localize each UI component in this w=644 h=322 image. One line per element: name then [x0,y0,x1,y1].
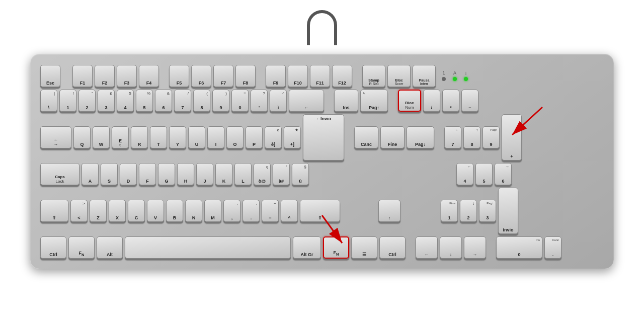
key-num8[interactable]: ↑8 [463,126,480,148]
key-num-period[interactable]: Canc. [544,236,561,259]
key-tab[interactable]: ←→ [40,126,71,148]
key-num-invio[interactable]: Invio [498,188,518,234]
key-num6[interactable]: →6 [495,163,512,185]
key-fine[interactable]: Fine [380,126,405,148]
key-6[interactable]: &6 [155,90,172,112]
key-question[interactable]: ?' [251,90,268,112]
key-ctrl-left[interactable]: Ctrl [40,236,66,259]
key-d[interactable]: D [120,163,137,185]
key-e[interactable]: E€ [112,126,129,148]
key-backspace[interactable]: ← [289,90,324,112]
key-p[interactable]: P [246,126,263,148]
key-num2[interactable]: ↓2 [460,200,477,222]
key-less-than[interactable]: >< [70,200,88,222]
key-8[interactable]: (8 [193,90,210,112]
key-num3[interactable]: Pag↓3 [479,200,496,222]
key-n[interactable]: N [185,200,202,222]
key-fn-bottom[interactable]: FN [323,236,349,259]
key-f2[interactable]: F2 [95,65,115,87]
key-x[interactable]: X [109,200,126,222]
key-f10[interactable]: F10 [288,65,308,87]
key-ins[interactable]: Ins [334,90,358,112]
key-num-minus[interactable]: − [461,90,478,112]
key-c[interactable]: C [128,200,145,222]
key-num-slash[interactable]: / [423,90,440,112]
key-num7[interactable]: ←7 [444,126,461,148]
key-l[interactable]: L [234,163,252,185]
key-c-cedilla[interactable]: çò@ [254,163,271,185]
key-backslash[interactable]: |\ [40,90,57,112]
key-w[interactable]: W [93,126,110,148]
key-b[interactable]: B [166,200,183,222]
key-ctrl-right[interactable]: Ctrl [379,236,406,259]
key-2[interactable]: "2 [78,90,96,112]
key-bloc-num[interactable]: BlocNum [398,90,421,112]
key-f5[interactable]: F5 [169,65,189,87]
key-f11[interactable]: F11 [310,65,330,87]
key-colon[interactable]: :. [243,200,260,222]
key-shift-left[interactable]: ⇧ [40,200,68,222]
key-section[interactable]: §ù [292,163,309,185]
key-menu[interactable]: ☰ [351,236,377,259]
key-shift-right[interactable]: ⇧ [300,200,340,222]
key-7[interactable]: /7 [174,90,191,112]
key-num-plus[interactable]: + [502,114,522,160]
key-pagdown[interactable]: Pag↓ [407,126,434,148]
key-v[interactable]: V [147,200,164,222]
key-k[interactable]: K [215,163,232,185]
key-down[interactable]: ↓ [440,236,462,259]
key-h[interactable]: H [177,163,194,185]
key-num4[interactable]: ←4 [456,163,473,185]
key-y[interactable]: Y [169,126,186,148]
key-canc[interactable]: Canc [354,126,378,148]
key-alt-gr[interactable]: Alt Gr [293,236,321,259]
key-stamp[interactable]: StampR Sist [362,65,385,87]
key-caret[interactable]: ^ì [270,90,287,112]
key-right[interactable]: → [464,236,486,259]
key-f9[interactable]: F9 [266,65,286,87]
key-j[interactable]: J [196,163,213,185]
key-o[interactable]: O [226,126,244,148]
key-plus[interactable]: ★+] [284,126,301,148]
key-left[interactable]: ← [416,236,438,259]
key-num0[interactable]: Ins0 [496,236,542,259]
key-i[interactable]: I [207,126,224,148]
key-3[interactable]: £3 [98,90,115,112]
key-z[interactable]: Z [90,200,107,222]
key-semicolon[interactable]: ;, [223,200,240,222]
key-5[interactable]: %5 [136,90,153,112]
key-f12[interactable]: F12 [332,65,352,87]
key-num9[interactable]: Pag↑9 [482,126,500,148]
key-f6[interactable]: F6 [191,65,211,87]
key-t[interactable]: T [150,126,167,148]
key-num1[interactable]: Fine1 [441,200,458,222]
key-up-accent[interactable]: ^ [281,200,298,222]
key-accent-e[interactable]: éè[ [265,126,282,148]
key-esc[interactable]: Esc [40,65,60,87]
key-fn[interactable]: FN [68,236,95,259]
key-caps-lock[interactable]: CapsLock [40,163,79,185]
key-a[interactable]: A [82,163,99,185]
key-f[interactable]: F [139,163,156,185]
key-m[interactable]: M [204,200,221,222]
key-num5[interactable]: 5 [475,163,493,185]
key-home[interactable]: ↖Pag↑ [360,90,388,112]
key-bloc-scorr[interactable]: BlocScorr [387,65,411,87]
key-0[interactable]: =0 [231,90,249,112]
key-s[interactable]: S [101,163,118,185]
key-q[interactable]: Q [73,126,91,148]
key-enter[interactable]: ←Invio [303,114,344,160]
key-space[interactable] [125,236,291,259]
key-up[interactable]: ↑ [378,200,400,222]
key-num-star[interactable]: * [442,90,459,112]
key-f7[interactable]: F7 [213,65,233,87]
key-4[interactable]: $4 [117,90,134,112]
key-f3[interactable]: F3 [117,65,137,87]
key-f1[interactable]: F1 [72,65,93,87]
key-minus[interactable]: −− [262,200,279,222]
key-f8[interactable]: F8 [235,65,256,87]
key-pausa[interactable]: PausaInterr [413,65,436,87]
key-9[interactable]: )9 [212,90,229,112]
key-1[interactable]: !1 [59,90,76,112]
key-f4[interactable]: F4 [139,65,159,87]
